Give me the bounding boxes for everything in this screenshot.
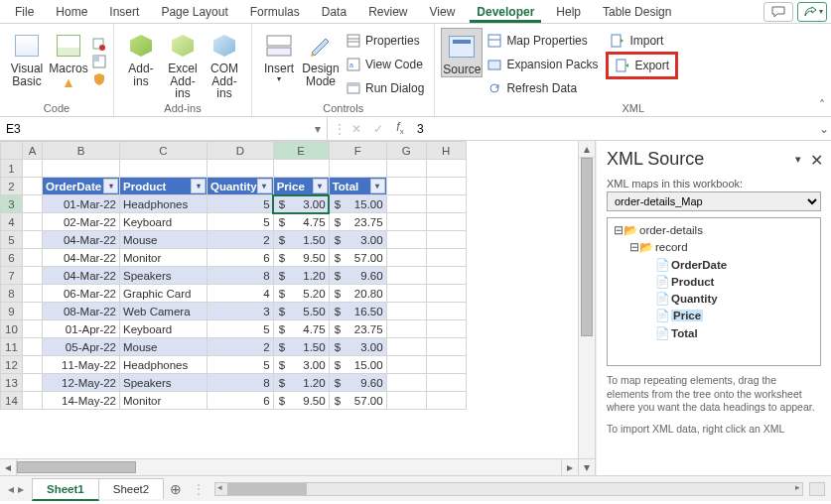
cell[interactable] xyxy=(23,213,43,231)
cell[interactable] xyxy=(23,160,43,178)
filter-product[interactable]: ▾ xyxy=(191,179,206,193)
table-cell[interactable]: 5 xyxy=(208,320,274,338)
formula-input[interactable] xyxy=(411,122,817,136)
insert-control-button[interactable]: Insert▾ xyxy=(258,28,300,83)
vscroll-thumb[interactable] xyxy=(581,158,593,336)
tree-field-quantity[interactable]: 📄Quantity xyxy=(645,291,816,308)
table-cell[interactable]: 4.75 xyxy=(273,320,329,338)
col-header-F[interactable]: F xyxy=(329,142,386,160)
view-code-button[interactable]: aView Code xyxy=(342,54,428,75)
row-header-4[interactable]: 4 xyxy=(1,213,23,231)
pane-options-button[interactable]: ▾ xyxy=(795,153,801,166)
cell[interactable] xyxy=(386,231,426,249)
select-all-corner[interactable] xyxy=(1,142,23,160)
tab-review[interactable]: Review xyxy=(357,2,418,22)
filter-price[interactable]: ▾ xyxy=(313,179,328,193)
table-cell[interactable]: 23.75 xyxy=(329,320,386,338)
table-header-quantity[interactable]: Quantity▾ xyxy=(208,178,274,195)
refresh-data-button[interactable]: Refresh Data xyxy=(483,77,602,99)
table-cell[interactable]: Headphones xyxy=(120,356,208,374)
col-header-A[interactable]: A xyxy=(23,142,43,160)
table-cell[interactable]: 5 xyxy=(208,356,274,374)
table-cell[interactable]: 4 xyxy=(208,285,274,303)
col-header-B[interactable]: B xyxy=(43,142,120,160)
scroll-down-button[interactable]: ▾ xyxy=(579,458,595,475)
cell[interactable] xyxy=(426,267,466,285)
cell[interactable] xyxy=(426,338,466,356)
visual-basic-button[interactable]: Visual Basic xyxy=(6,28,48,87)
table-cell[interactable]: 04-Mar-22 xyxy=(43,267,120,285)
row-header-13[interactable]: 13 xyxy=(1,374,23,392)
cell[interactable] xyxy=(386,303,426,320)
table-cell[interactable]: Keyboard xyxy=(120,320,208,338)
filter-quantity[interactable]: ▾ xyxy=(257,179,272,193)
col-header-D[interactable]: D xyxy=(208,142,274,160)
table-cell[interactable]: Keyboard xyxy=(120,213,208,231)
sheet-tab-sheet1[interactable]: Sheet1 xyxy=(32,478,99,501)
table-cell[interactable]: 5 xyxy=(208,213,274,231)
table-cell[interactable]: Speakers xyxy=(120,267,208,285)
expansion-packs-button[interactable]: Expansion Packs xyxy=(483,54,602,75)
table-cell[interactable]: 9.50 xyxy=(273,249,329,267)
sheet-nav-first[interactable]: ◂ xyxy=(8,482,14,496)
cell[interactable] xyxy=(426,374,466,392)
cell[interactable] xyxy=(426,195,466,213)
horizontal-scrollbar[interactable]: ◂ ▸ xyxy=(0,458,578,475)
cell[interactable] xyxy=(23,231,43,249)
tree-field-price[interactable]: 📄Price xyxy=(645,308,816,324)
name-box-dropdown[interactable]: ▾ xyxy=(309,122,327,136)
tab-view[interactable]: View xyxy=(419,2,467,22)
properties-button[interactable]: Properties xyxy=(342,30,428,52)
cell[interactable] xyxy=(273,160,329,178)
table-cell[interactable]: 5.50 xyxy=(273,303,329,320)
table-cell[interactable]: 6 xyxy=(208,392,274,410)
row-header-11[interactable]: 11 xyxy=(1,338,23,356)
table-cell[interactable]: 01-Mar-22 xyxy=(43,195,120,213)
table-cell[interactable]: 23.75 xyxy=(329,213,386,231)
table-cell[interactable]: 06-Mar-22 xyxy=(43,285,120,303)
tab-insert[interactable]: Insert xyxy=(98,2,150,22)
table-cell[interactable]: Web Camera xyxy=(120,303,208,320)
cell[interactable] xyxy=(386,320,426,338)
table-cell[interactable]: 20.80 xyxy=(329,285,386,303)
cell[interactable] xyxy=(386,249,426,267)
name-box-input[interactable] xyxy=(0,122,309,136)
table-cell[interactable]: Headphones xyxy=(120,195,208,213)
macros-button[interactable]: Macros ▲ xyxy=(48,28,89,89)
table-cell[interactable]: 1.50 xyxy=(273,231,329,249)
cell[interactable] xyxy=(426,249,466,267)
cell[interactable] xyxy=(426,285,466,303)
tab-help[interactable]: Help xyxy=(545,2,592,22)
cell[interactable] xyxy=(208,160,274,178)
cell[interactable] xyxy=(386,267,426,285)
design-mode-button[interactable]: Design Mode xyxy=(300,28,342,87)
map-properties-button[interactable]: Map Properties xyxy=(483,30,602,52)
row-header-14[interactable]: 14 xyxy=(1,392,23,410)
cell[interactable] xyxy=(23,392,43,410)
table-header-orderdate[interactable]: OrderDate▾ xyxy=(43,178,120,195)
table-cell[interactable]: 15.00 xyxy=(329,195,386,213)
table-cell[interactable]: 16.50 xyxy=(329,303,386,320)
xml-source-button[interactable]: Source xyxy=(441,28,483,77)
tab-formulas[interactable]: Formulas xyxy=(239,2,311,22)
table-cell[interactable]: 8 xyxy=(208,374,274,392)
tab-file[interactable]: File xyxy=(4,2,45,22)
cell[interactable] xyxy=(386,356,426,374)
cell[interactable] xyxy=(386,392,426,410)
cell[interactable] xyxy=(386,160,426,178)
cancel-formula-button[interactable]: ✕ xyxy=(346,122,367,136)
tree-root[interactable]: order-details xyxy=(639,224,703,236)
table-cell[interactable]: 05-Apr-22 xyxy=(43,338,120,356)
table-cell[interactable]: 5.20 xyxy=(273,285,329,303)
row-header-1[interactable]: 1 xyxy=(1,160,23,178)
table-cell[interactable]: 3.00 xyxy=(273,356,329,374)
cell[interactable] xyxy=(426,213,466,231)
tree-field-product[interactable]: 📄Product xyxy=(645,274,816,291)
table-cell[interactable]: 3.00 xyxy=(329,338,386,356)
cell[interactable] xyxy=(23,303,43,320)
scroll-right-button[interactable]: ▸ xyxy=(561,459,578,475)
excel-addins-button[interactable]: Excel Add-ins xyxy=(162,28,204,100)
cell[interactable] xyxy=(426,178,466,195)
table-cell[interactable]: 3.00 xyxy=(329,231,386,249)
fx-button[interactable]: fx xyxy=(389,120,411,136)
